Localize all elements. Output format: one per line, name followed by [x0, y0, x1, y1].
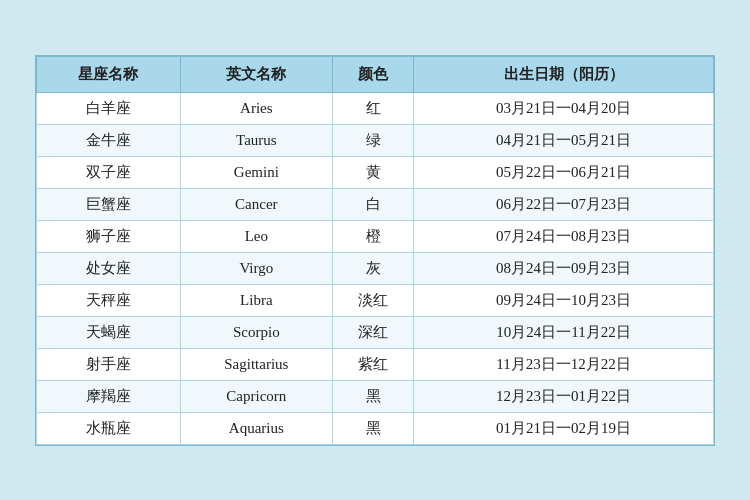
cell-r4-c3: 07月24日一08月23日: [414, 220, 714, 252]
table-header-row: 星座名称英文名称颜色出生日期（阳历）: [37, 56, 714, 92]
table-row: 处女座Virgo灰08月24日一09月23日: [37, 252, 714, 284]
cell-r2-c0: 双子座: [37, 156, 181, 188]
cell-r6-c0: 天秤座: [37, 284, 181, 316]
cell-r1-c3: 04月21日一05月21日: [414, 124, 714, 156]
cell-r4-c2: 橙: [332, 220, 413, 252]
cell-r9-c3: 12月23日一01月22日: [414, 380, 714, 412]
table-row: 水瓶座Aquarius黑01月21日一02月19日: [37, 412, 714, 444]
table-row: 天秤座Libra淡红09月24日一10月23日: [37, 284, 714, 316]
cell-r9-c0: 摩羯座: [37, 380, 181, 412]
cell-r3-c1: Cancer: [180, 188, 332, 220]
cell-r3-c2: 白: [332, 188, 413, 220]
table-body: 白羊座Aries红03月21日一04月20日金牛座Taurus绿04月21日一0…: [37, 92, 714, 444]
cell-r6-c2: 淡红: [332, 284, 413, 316]
table-row: 射手座Sagittarius紫红11月23日一12月22日: [37, 348, 714, 380]
cell-r6-c1: Libra: [180, 284, 332, 316]
cell-r10-c0: 水瓶座: [37, 412, 181, 444]
cell-r8-c1: Sagittarius: [180, 348, 332, 380]
cell-r5-c0: 处女座: [37, 252, 181, 284]
cell-r7-c3: 10月24日一11月22日: [414, 316, 714, 348]
cell-r2-c1: Gemini: [180, 156, 332, 188]
table-row: 摩羯座Capricorn黑12月23日一01月22日: [37, 380, 714, 412]
cell-r9-c2: 黑: [332, 380, 413, 412]
cell-r8-c3: 11月23日一12月22日: [414, 348, 714, 380]
cell-r5-c3: 08月24日一09月23日: [414, 252, 714, 284]
cell-r1-c0: 金牛座: [37, 124, 181, 156]
cell-r6-c3: 09月24日一10月23日: [414, 284, 714, 316]
cell-r0-c2: 红: [332, 92, 413, 124]
cell-r2-c2: 黄: [332, 156, 413, 188]
table-row: 巨蟹座Cancer白06月22日一07月23日: [37, 188, 714, 220]
table-row: 双子座Gemini黄05月22日一06月21日: [37, 156, 714, 188]
cell-r0-c1: Aries: [180, 92, 332, 124]
cell-r5-c2: 灰: [332, 252, 413, 284]
cell-r5-c1: Virgo: [180, 252, 332, 284]
cell-r3-c0: 巨蟹座: [37, 188, 181, 220]
cell-r10-c3: 01月21日一02月19日: [414, 412, 714, 444]
cell-r8-c2: 紫红: [332, 348, 413, 380]
cell-r0-c3: 03月21日一04月20日: [414, 92, 714, 124]
cell-r7-c2: 深红: [332, 316, 413, 348]
header-col-1: 英文名称: [180, 56, 332, 92]
cell-r10-c1: Aquarius: [180, 412, 332, 444]
table-row: 白羊座Aries红03月21日一04月20日: [37, 92, 714, 124]
table-row: 狮子座Leo橙07月24日一08月23日: [37, 220, 714, 252]
cell-r7-c1: Scorpio: [180, 316, 332, 348]
table-row: 天蝎座Scorpio深红10月24日一11月22日: [37, 316, 714, 348]
cell-r2-c3: 05月22日一06月21日: [414, 156, 714, 188]
cell-r1-c1: Taurus: [180, 124, 332, 156]
cell-r0-c0: 白羊座: [37, 92, 181, 124]
cell-r9-c1: Capricorn: [180, 380, 332, 412]
cell-r10-c2: 黑: [332, 412, 413, 444]
table-row: 金牛座Taurus绿04月21日一05月21日: [37, 124, 714, 156]
header-col-0: 星座名称: [37, 56, 181, 92]
zodiac-table: 星座名称英文名称颜色出生日期（阳历） 白羊座Aries红03月21日一04月20…: [36, 56, 714, 445]
cell-r1-c2: 绿: [332, 124, 413, 156]
cell-r4-c1: Leo: [180, 220, 332, 252]
zodiac-table-wrapper: 星座名称英文名称颜色出生日期（阳历） 白羊座Aries红03月21日一04月20…: [35, 55, 715, 446]
cell-r7-c0: 天蝎座: [37, 316, 181, 348]
header-col-2: 颜色: [332, 56, 413, 92]
header-col-3: 出生日期（阳历）: [414, 56, 714, 92]
cell-r8-c0: 射手座: [37, 348, 181, 380]
cell-r3-c3: 06月22日一07月23日: [414, 188, 714, 220]
cell-r4-c0: 狮子座: [37, 220, 181, 252]
